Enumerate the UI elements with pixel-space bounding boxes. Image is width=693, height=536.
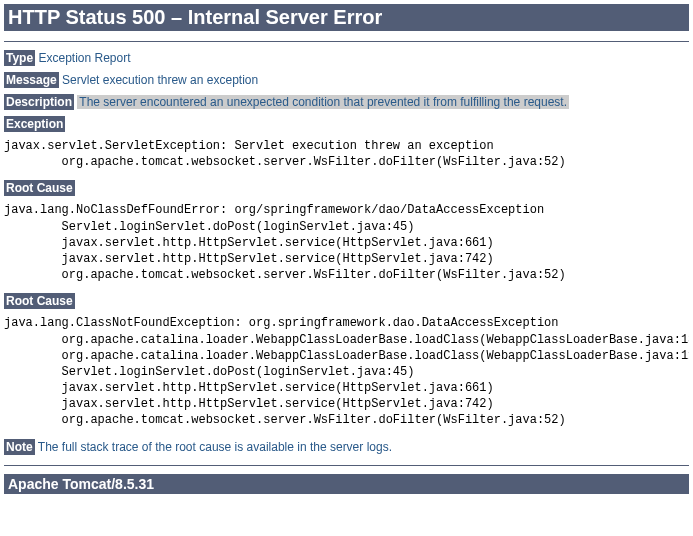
type-row: Type Exception Report [4, 50, 689, 66]
exception-label: Exception [4, 116, 65, 132]
note-label: Note [4, 439, 35, 455]
note-value: The full stack trace of the root cause i… [38, 440, 392, 454]
divider [4, 465, 689, 466]
server-footer: Apache Tomcat/8.5.31 [4, 474, 689, 494]
description-value: The server encountered an unexpected con… [77, 95, 569, 109]
root-cause-trace-1: java.lang.NoClassDefFoundError: org/spri… [4, 202, 689, 283]
root-cause-heading-2: Root Cause [4, 293, 689, 309]
root-cause-heading-1: Root Cause [4, 180, 689, 196]
page-title: HTTP Status 500 – Internal Server Error [4, 4, 689, 31]
divider [4, 41, 689, 42]
description-label: Description [4, 94, 74, 110]
root-cause-label-2: Root Cause [4, 293, 75, 309]
note-row: Note The full stack trace of the root ca… [4, 439, 689, 455]
type-value: Exception Report [38, 51, 130, 65]
type-label: Type [4, 50, 35, 66]
description-row: Description The server encountered an un… [4, 94, 689, 110]
exception-trace: javax.servlet.ServletException: Servlet … [4, 138, 689, 170]
message-label: Message [4, 72, 59, 88]
root-cause-trace-2: java.lang.ClassNotFoundException: org.sp… [4, 315, 689, 428]
exception-heading: Exception [4, 116, 689, 132]
root-cause-label-1: Root Cause [4, 180, 75, 196]
message-row: Message Servlet execution threw an excep… [4, 72, 689, 88]
message-value: Servlet execution threw an exception [62, 73, 258, 87]
